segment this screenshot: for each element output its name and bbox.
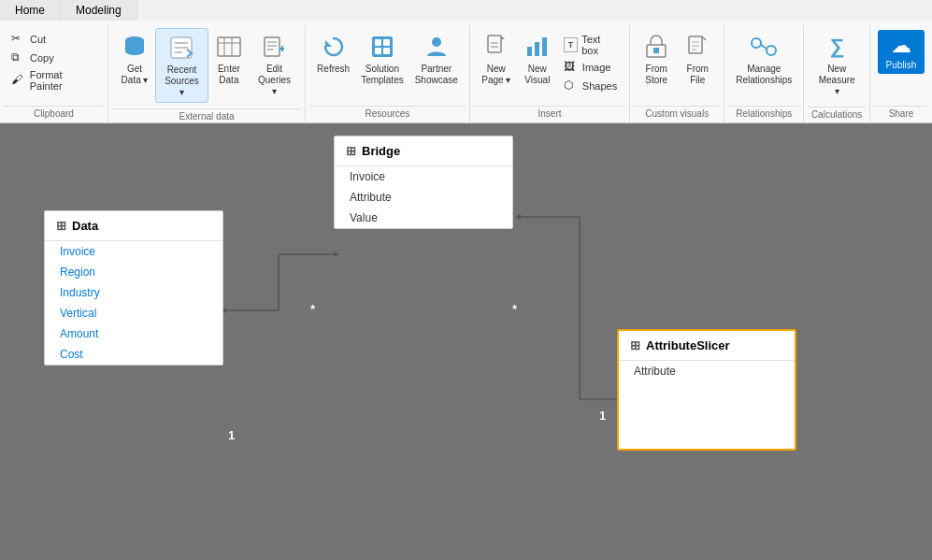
- ribbon-section-share: ☁ Publish Share: [870, 24, 932, 122]
- edit-queries-icon: [260, 32, 290, 62]
- solution-templates-button[interactable]: SolutionTemplates: [355, 28, 409, 90]
- svg-point-25: [432, 37, 441, 47]
- ribbon-section-calculations: ∑ NewMeasure ▾ Calculations: [804, 24, 870, 122]
- from-store-label: FromStore: [645, 64, 667, 86]
- svg-rect-21: [375, 39, 381, 46]
- svg-line-40: [761, 45, 767, 49]
- from-file-button[interactable]: FromFile: [677, 28, 718, 90]
- refresh-label: Refresh: [317, 64, 350, 75]
- cardinality-many-data-bridge: *: [310, 302, 315, 316]
- edit-queries-label: EditQueries ▾: [255, 64, 294, 97]
- from-store-button[interactable]: FromStore: [636, 28, 677, 90]
- new-page-button[interactable]: NewPage ▾: [476, 28, 517, 90]
- recent-sources-label: RecentSources ▾: [162, 65, 202, 98]
- enter-data-button[interactable]: EnterData: [208, 28, 250, 90]
- bridge-field-attribute[interactable]: Attribute: [335, 187, 512, 208]
- svg-rect-11: [218, 37, 240, 56]
- svg-point-39: [767, 46, 776, 55]
- get-data-button[interactable]: GetData ▾: [114, 28, 155, 90]
- get-data-label: GetData ▾: [122, 64, 149, 86]
- tab-home[interactable]: Home: [0, 0, 61, 21]
- image-icon: 🖼: [564, 60, 579, 75]
- new-measure-label: NewMeasure ▾: [815, 64, 858, 97]
- refresh-button[interactable]: Refresh: [311, 28, 355, 79]
- svg-rect-15: [265, 37, 280, 56]
- store-icon: [641, 32, 671, 62]
- attribute-slicer-table[interactable]: ⊞ AttributeSlicer Attribute: [617, 329, 796, 451]
- clipboard-label: Clipboard: [4, 106, 104, 122]
- manage-relationships-icon: [749, 32, 779, 62]
- attribute-slicer-field-attribute[interactable]: Attribute: [619, 361, 795, 381]
- image-button[interactable]: 🖼 Image: [558, 58, 624, 77]
- data-field-cost[interactable]: Cost: [45, 344, 222, 365]
- data-field-industry[interactable]: Industry: [45, 282, 222, 303]
- cardinality-one-data: 1: [228, 428, 235, 442]
- ribbon-section-relationships: ManageRelationships Relationships: [724, 24, 804, 122]
- format-painter-button[interactable]: 🖌 Format Painter: [6, 67, 102, 93]
- table-grid-icon2: ⊞: [346, 144, 356, 158]
- refresh-icon: [319, 32, 349, 62]
- new-visual-icon: [523, 32, 552, 62]
- shapes-button[interactable]: ⬡ Shapes: [558, 77, 624, 95]
- svg-marker-45: [334, 251, 339, 257]
- data-table[interactable]: ⊞ Data Invoice Region Industry Vertical …: [44, 210, 223, 366]
- cut-icon: ✂: [11, 32, 26, 47]
- manage-relationships-label: ManageRelationships: [736, 64, 792, 86]
- data-table-header: ⊞ Data: [45, 211, 222, 241]
- bridge-field-value[interactable]: Value: [335, 208, 512, 228]
- partner-showcase-button[interactable]: PartnerShowcase: [409, 28, 464, 90]
- ribbon: ✂ Cut ⧉ Copy 🖌 Format Painter Clipboard: [0, 21, 932, 123]
- recent-sources-icon: [166, 33, 196, 63]
- new-visual-label: NewVisual: [524, 64, 550, 86]
- svg-point-38: [752, 38, 761, 48]
- enter-data-label: EnterData: [218, 64, 240, 86]
- recent-sources-button[interactable]: RecentSources ▾: [155, 28, 208, 103]
- new-visual-button[interactable]: NewVisual: [517, 28, 558, 90]
- partner-showcase-label: PartnerShowcase: [415, 64, 458, 86]
- manage-relationships-button[interactable]: ManageRelationships: [730, 28, 797, 90]
- cut-button[interactable]: ✂ Cut: [6, 30, 102, 49]
- bridge-field-invoice[interactable]: Invoice: [335, 166, 512, 187]
- bridge-table-header: ⊞ Bridge: [335, 136, 512, 166]
- svg-rect-33: [653, 48, 659, 53]
- from-file-label: FromFile: [687, 64, 709, 86]
- calculations-label: Calculations: [808, 107, 866, 123]
- insert-label: Insert: [474, 106, 625, 122]
- data-field-amount[interactable]: Amount: [45, 323, 222, 344]
- svg-rect-31: [542, 37, 547, 56]
- data-field-vertical[interactable]: Vertical: [45, 303, 222, 323]
- copy-icon: ⧉: [11, 50, 26, 65]
- edit-queries-button[interactable]: EditQueries ▾: [250, 28, 299, 101]
- from-file-icon: [682, 32, 712, 62]
- new-measure-button[interactable]: ∑ NewMeasure ▾: [810, 28, 864, 101]
- publish-button[interactable]: ☁ Publish: [878, 30, 925, 74]
- share-label: Share: [874, 106, 928, 122]
- svg-point-6: [125, 48, 144, 55]
- data-field-region[interactable]: Region: [45, 262, 222, 282]
- relationships-label: Relationships: [728, 106, 799, 122]
- svg-rect-22: [383, 39, 390, 46]
- table-grid-icon3: ⊞: [630, 338, 640, 352]
- attribute-slicer-header: ⊞ AttributeSlicer: [619, 331, 795, 361]
- svg-rect-26: [488, 36, 501, 52]
- shapes-icon: ⬡: [564, 79, 579, 93]
- tab-modeling[interactable]: Modeling: [61, 0, 137, 21]
- solution-templates-label: SolutionTemplates: [361, 64, 404, 86]
- new-measure-icon: ∑: [822, 32, 852, 62]
- text-box-icon: T: [564, 37, 578, 52]
- new-page-label: NewPage ▾: [481, 64, 510, 86]
- svg-rect-30: [535, 42, 539, 56]
- diagram-canvas: * 1 * 1 ⊞ Data Invoice Region Industry V…: [0, 123, 932, 560]
- text-box-button[interactable]: T Text box: [558, 32, 624, 58]
- svg-rect-29: [527, 47, 532, 56]
- ribbon-section-resources: Refresh SolutionTemplates PartnerShowcas…: [306, 24, 470, 122]
- new-page-icon: [481, 32, 511, 62]
- solution-templates-icon: [367, 32, 397, 62]
- data-field-invoice[interactable]: Invoice: [45, 241, 222, 262]
- svg-rect-23: [375, 48, 381, 54]
- copy-button[interactable]: ⧉ Copy: [6, 49, 102, 67]
- ribbon-section-custom-visuals: FromStore FromFile Custom visuals: [630, 24, 724, 122]
- partner-showcase-icon: [422, 32, 452, 62]
- ribbon-section-external-data: GetData ▾ RecentSources ▾ EnterData Edit…: [108, 24, 306, 122]
- bridge-table[interactable]: ⊞ Bridge Invoice Attribute Value: [334, 136, 513, 229]
